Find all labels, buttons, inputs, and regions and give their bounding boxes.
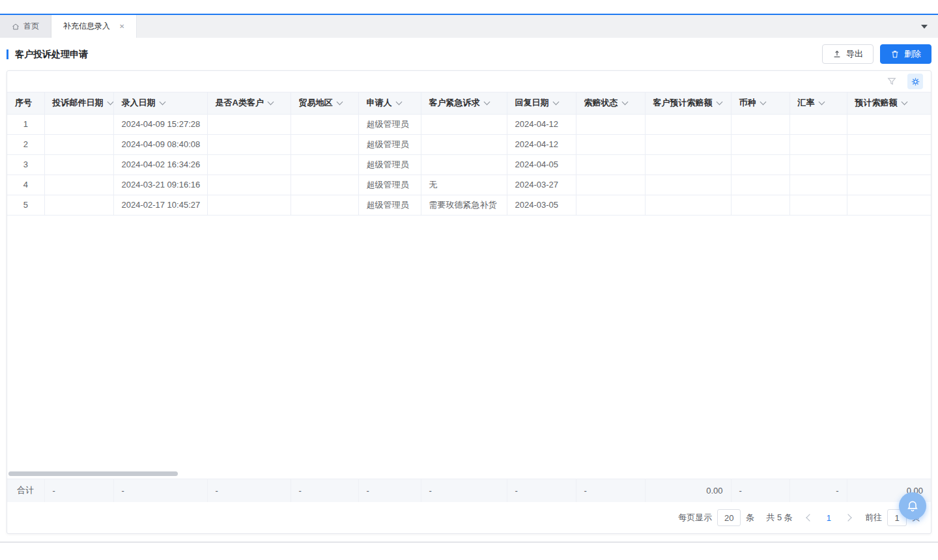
sort-chevron-icon — [159, 99, 165, 105]
current-page-number[interactable]: 1 — [827, 513, 831, 523]
table-cell — [44, 175, 113, 195]
table-header-cell[interactable]: 预计索赔额 — [847, 92, 931, 114]
table-toolbar — [7, 71, 931, 92]
table-cell — [789, 134, 847, 154]
table-header-cell[interactable]: 投诉邮件日期 — [44, 92, 113, 114]
sort-chevron-icon — [395, 99, 402, 105]
table-cell — [44, 134, 113, 154]
table-header-cell[interactable]: 索赔状态 — [576, 92, 645, 114]
column-label: 序号 — [15, 98, 32, 107]
tab-home[interactable]: 首页 — [0, 15, 51, 38]
sort-chevron-icon — [818, 99, 825, 105]
summary-label: 合计 — [7, 479, 44, 502]
export-button[interactable]: 导出 — [822, 44, 874, 64]
column-label: 贸易地区 — [299, 98, 333, 107]
column-label: 回复日期 — [515, 98, 549, 107]
summary-cell: - — [789, 479, 847, 502]
table-cell — [645, 195, 731, 215]
column-label: 客户紧急诉求 — [429, 98, 480, 107]
table-cell: 超级管理员 — [358, 175, 421, 195]
sort-chevron-icon — [760, 99, 766, 105]
table-cell — [731, 175, 789, 195]
table-cell — [576, 175, 645, 195]
table-cell: 2 — [7, 134, 44, 154]
table-header-cell[interactable]: 汇率 — [789, 92, 847, 114]
table-header-cell[interactable]: 币种 — [731, 92, 789, 114]
table-row[interactable]: 32024-04-02 16:34:26超级管理员2024-04-05 — [7, 154, 931, 175]
table-cell — [645, 175, 731, 195]
tab-supplementary-info[interactable]: 补充信息录入 ✕ — [51, 15, 137, 38]
action-buttons: 导出 删除 — [822, 44, 931, 64]
table-cell: 2024-02-17 10:45:27 — [113, 195, 207, 215]
table-header-cell[interactable]: 录入日期 — [113, 92, 207, 114]
table-row[interactable]: 22024-04-09 08:40:08超级管理员2024-04-12 — [7, 134, 931, 154]
table-cell — [789, 175, 847, 195]
column-label: 币种 — [739, 98, 756, 107]
table-header-cell[interactable]: 客户紧急诉求 — [421, 92, 507, 114]
column-label: 是否A类客户 — [216, 98, 264, 107]
sort-chevron-icon — [716, 99, 722, 105]
table-cell: 超级管理员 — [358, 134, 421, 154]
table-card: 序号投诉邮件日期录入日期是否A类客户贸易地区申请人客户紧急诉求回复日期索赔状态客… — [7, 70, 931, 534]
scrollbar-thumb[interactable] — [8, 471, 178, 476]
summary-cell: - — [421, 479, 507, 502]
table-cell: 2024-03-27 — [507, 175, 576, 195]
table-header-row: 序号投诉邮件日期录入日期是否A类客户贸易地区申请人客户紧急诉求回复日期索赔状态客… — [7, 92, 931, 114]
prev-page-icon[interactable] — [806, 514, 813, 521]
tab-bar: 首页 补充信息录入 ✕ — [0, 15, 938, 38]
table-cell — [847, 134, 931, 154]
table-header-cell: 序号 — [7, 92, 44, 114]
column-label: 汇率 — [798, 98, 815, 107]
home-icon — [12, 23, 20, 31]
sort-chevron-icon — [483, 99, 490, 105]
table-cell: 2024-04-02 16:34:26 — [113, 154, 207, 175]
trash-icon — [890, 49, 900, 59]
table-cell — [291, 134, 358, 154]
column-label: 投诉邮件日期 — [53, 98, 104, 107]
table-cell — [207, 175, 291, 195]
next-page-icon[interactable] — [844, 514, 851, 521]
sort-chevron-icon — [267, 99, 274, 105]
sort-chevron-icon — [107, 99, 113, 105]
table-cell: 4 — [7, 175, 44, 195]
column-label: 预计索赔额 — [855, 98, 898, 107]
delete-button[interactable]: 删除 — [880, 44, 931, 64]
export-label: 导出 — [846, 48, 863, 60]
data-table: 序号投诉邮件日期录入日期是否A类客户贸易地区申请人客户紧急诉求回复日期索赔状态客… — [7, 92, 931, 216]
table-row[interactable]: 52024-02-17 10:45:27超级管理员需要玫德紧急补货2024-03… — [7, 195, 931, 215]
caret-down-icon[interactable] — [921, 25, 928, 29]
summary-cell: - — [291, 479, 358, 502]
delete-label: 删除 — [904, 48, 921, 60]
table-header-cell[interactable]: 申请人 — [358, 92, 421, 114]
table-cell: 1 — [7, 114, 44, 134]
goto-label: 前往 — [865, 512, 882, 524]
pagination-bar: 每页显示 条 共 5 条 1 前往 页 — [7, 502, 931, 533]
total-count-label: 共 5 条 — [766, 512, 792, 524]
table-cell — [291, 175, 358, 195]
table-row[interactable]: 12024-04-09 15:27:28超级管理员2024-04-12 — [7, 114, 931, 134]
table-header-cell[interactable]: 贸易地区 — [291, 92, 358, 114]
table-row[interactable]: 42024-03-21 09:16:16超级管理员无2024-03-27 — [7, 175, 931, 195]
table-cell — [731, 114, 789, 134]
table-cell: 无 — [421, 175, 507, 195]
notification-button[interactable] — [899, 492, 926, 520]
per-page-label: 每页显示 — [678, 512, 712, 524]
per-page-input[interactable] — [717, 509, 741, 526]
table-cell — [576, 195, 645, 215]
title-row: 客户投诉处理申请 导出 删除 — [7, 38, 931, 70]
tab-home-label: 首页 — [23, 21, 39, 32]
summary-cell: - — [576, 479, 645, 502]
table-header-cell[interactable]: 回复日期 — [507, 92, 576, 114]
summary-cell: - — [358, 479, 421, 502]
table-header-cell[interactable]: 客户预计索赔额 — [645, 92, 731, 114]
gear-icon[interactable] — [907, 74, 923, 89]
close-icon[interactable]: ✕ — [119, 23, 124, 30]
column-label: 客户预计索赔额 — [653, 98, 713, 107]
table-cell — [789, 195, 847, 215]
summary-cell: - — [113, 479, 207, 502]
filter-icon[interactable] — [887, 76, 897, 87]
table-cell: 3 — [7, 154, 44, 175]
table-header-cell[interactable]: 是否A类客户 — [207, 92, 291, 114]
tab-active-label: 补充信息录入 — [63, 21, 110, 32]
table-cell — [731, 195, 789, 215]
